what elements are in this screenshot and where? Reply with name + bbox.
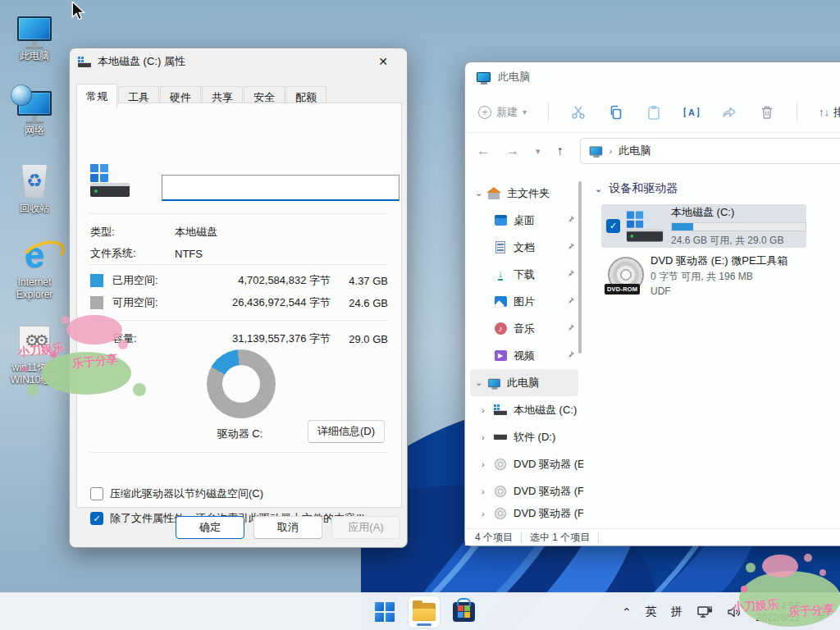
new-label: 新建 (496, 105, 518, 120)
chevron-down-icon: ⌄ (475, 188, 486, 199)
gears-icon: ⚙⚙ (19, 326, 50, 355)
desktop-icon-label: Internet Explorer (0, 276, 69, 301)
cancel-button[interactable]: 取消 (253, 516, 322, 539)
ok-button[interactable]: 确定 (176, 516, 244, 539)
sidebar-item-dvd-f[interactable]: › DVD 驱动器 (F (465, 477, 583, 504)
drive-filesystem: UDF (651, 285, 788, 297)
divider (90, 452, 388, 453)
sidebar-scrollbar[interactable] (578, 181, 582, 354)
sort-arrows-icon: ↑↓ (819, 106, 829, 118)
address-bar[interactable]: › 此电脑 (580, 138, 840, 164)
start-button[interactable] (369, 596, 400, 628)
free-space-label: 可用空间: (112, 295, 180, 310)
divider (90, 264, 388, 265)
explorer-statusbar: 4 个项目 选中 1 个项目 (465, 528, 840, 546)
trash-icon (760, 105, 774, 120)
desktop-icon-label: 此电脑 (0, 50, 69, 62)
forward-button[interactable]: → (506, 144, 519, 158)
used-space-swatch (90, 274, 103, 287)
sidebar-item-pictures[interactable]: 图片 (465, 288, 583, 315)
used-space-bytes: 4,702,584,832 字节 (180, 273, 331, 288)
ime-language-en[interactable]: 英 (646, 605, 657, 619)
free-space-row: 可用空间: 26,436,972,544 字节 24.6 GB (90, 295, 388, 310)
notification-bell-icon[interactable]: z (814, 605, 829, 619)
free-space-bytes: 26,436,972,544 字节 (180, 295, 331, 310)
desktop-folder-icon (493, 214, 508, 227)
sidebar-item-home[interactable]: ⌄ 主文件夹 (465, 180, 583, 207)
back-button[interactable]: ← (477, 144, 490, 158)
sidebar-item-this-pc[interactable]: ⌄ 此电脑 (470, 369, 578, 396)
used-space-size: 4.37 GB (331, 275, 388, 287)
compress-checkbox[interactable] (90, 487, 103, 500)
share-button[interactable] (721, 104, 737, 121)
copy-button[interactable] (608, 104, 624, 121)
drive-tile-dvd-e[interactable]: DVD-ROM DVD 驱动器 (E:) 微PE工具箱 0 字节 可用, 共 1… (608, 253, 813, 296)
system-tray: ⌃ 英 拼 14:55 2022/8/12 z (622, 593, 829, 630)
desktop-icon-this-pc[interactable]: 此电脑 (0, 10, 69, 62)
sidebar-item-documents[interactable]: 文档 (465, 234, 583, 261)
network-icon[interactable] (696, 605, 713, 619)
dialog-titlebar[interactable]: 本地磁盘 (C:) 属性 ✕ (70, 48, 407, 75)
file-explorer-taskbar-button[interactable] (409, 596, 440, 628)
folder-icon (413, 603, 436, 621)
up-button[interactable]: ↑ (557, 144, 564, 158)
history-chevron-icon[interactable]: ▾ (536, 146, 541, 157)
explorer-titlebar[interactable]: 此电脑 (465, 62, 840, 92)
sidebar-label: 桌面 (514, 213, 535, 228)
new-button[interactable]: + 新建 ▾ (478, 105, 527, 120)
capacity-row: 容量: 31,139,557,376 字节 29.0 GB (90, 331, 388, 346)
mouse-cursor (71, 2, 85, 21)
desktop-icon-internet-explorer[interactable]: e Internet Explorer (0, 236, 69, 301)
filesystem-value: NTFS (175, 248, 203, 260)
drive-icon-large (90, 164, 130, 197)
sidebar-item-videos[interactable]: ▶ 视频 (465, 342, 583, 369)
sidebar-item-desktop[interactable]: 桌面 (465, 207, 583, 234)
this-pc-icon (17, 16, 52, 41)
taskbar: ⌃ 英 拼 14:55 2022/8/12 z (0, 592, 840, 630)
section-devices-and-drives[interactable]: ⌄ 设备和驱动器 (595, 181, 840, 196)
desktop: 此电脑 网络 ♻ 回收站 e Internet Explorer ⚙⚙ win1… (0, 0, 840, 630)
sidebar-label: DVD 驱动器 (E (514, 457, 583, 472)
disk-usage-donut (207, 349, 276, 418)
sidebar-item-drive-d[interactable]: › 软件 (D:) (465, 423, 583, 450)
free-space-swatch (90, 296, 103, 309)
apply-button[interactable]: 应用(A) (331, 516, 400, 539)
sidebar-item-dvd-e[interactable]: › DVD 驱动器 (E (465, 450, 583, 477)
store-taskbar-button[interactable] (448, 596, 479, 628)
desktop-icon-win11-restore[interactable]: ⚙⚙ win11恢复 WIN10经... (0, 322, 69, 386)
pin-icon (566, 269, 575, 278)
used-space-label: 已用空间: (112, 273, 180, 288)
drive-info: 24.6 GB 可用, 共 29.0 GB (671, 234, 806, 248)
used-space-row: 已用空间: 4,702,584,832 字节 4.37 GB (90, 273, 388, 288)
properties-dialog: 本地磁盘 (C:) 属性 ✕ 常规 工具 硬件 共享 安全 配额 类型: 本地磁… (69, 48, 408, 548)
desktop-icon-recycle-bin[interactable]: ♻ 回收站 (0, 162, 69, 214)
explorer-window: 此电脑 + 新建 ▾ (464, 62, 840, 546)
sidebar-item-music[interactable]: ♪ 音乐 (465, 315, 583, 342)
chevron-down-icon: ⌄ (475, 377, 486, 388)
details-button[interactable]: 详细信息(D) (308, 420, 385, 443)
desktop-icon-network[interactable]: 网络 (0, 84, 69, 136)
sort-button[interactable]: ↑↓ 排序 (819, 105, 840, 120)
sidebar-item-downloads[interactable]: ↓ 下载 (465, 261, 583, 288)
volume-label-input[interactable] (162, 175, 399, 201)
chevron-right-icon: › (482, 432, 493, 442)
documents-icon (493, 241, 508, 254)
tab-general[interactable]: 常规 (76, 84, 117, 109)
cut-button[interactable] (570, 104, 587, 121)
speaker-icon[interactable] (727, 605, 742, 619)
selection-checkbox[interactable]: ✓ (606, 219, 620, 233)
paste-button[interactable] (646, 104, 662, 121)
sidebar-item-drive-c[interactable]: › 本地磁盘 (C:) (465, 396, 583, 423)
delete-button[interactable] (759, 104, 775, 121)
sidebar-item-dvd-clipped[interactable]: › DVD 驱动器 (F:) (465, 504, 583, 523)
rename-button[interactable]: A (683, 104, 700, 121)
close-icon[interactable]: ✕ (368, 51, 399, 72)
explorer-content: ⌄ 设备和驱动器 ✓ 本地磁盘 (C:) 24.6 GB 可用, 共 29.0 … (583, 170, 840, 528)
desktop-icon-label: 网络 (0, 125, 69, 136)
ime-language-pinyin[interactable]: 拼 (671, 605, 682, 619)
drive-tile-c[interactable]: ✓ 本地磁盘 (C:) 24.6 GB 可用, 共 29.0 GB (601, 204, 806, 248)
taskbar-clock[interactable]: 14:55 2022/8/12 (756, 600, 800, 623)
sidebar-label: DVD 驱动器 (F:) (514, 506, 583, 521)
compress-checkbox-row[interactable]: 压缩此驱动器以节约磁盘空间(C) (90, 486, 388, 501)
hidden-icons-chevron[interactable]: ⌃ (622, 605, 632, 619)
